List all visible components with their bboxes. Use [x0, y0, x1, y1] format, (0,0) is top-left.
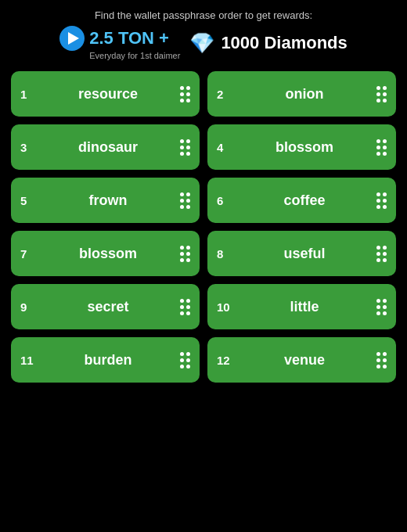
word-card-2[interactable]: 2onion — [207, 71, 396, 117]
dot — [186, 86, 190, 90]
word-card-7[interactable]: 7blossom — [11, 231, 200, 276]
dot — [186, 146, 190, 149]
card-dots-12 — [376, 352, 387, 368]
word-card-4[interactable]: 4blossom — [207, 124, 396, 170]
dot — [186, 299, 190, 303]
word-card-9[interactable]: 9secret — [11, 284, 200, 329]
card-word-5: frown — [44, 192, 172, 209]
word-card-3[interactable]: 3dinosaur — [11, 124, 200, 170]
card-dots-8 — [376, 246, 387, 262]
play-triangle — [68, 32, 79, 45]
dot — [376, 192, 380, 196]
play-icon — [59, 26, 85, 51]
diamond-text: 1000 Diamonds — [221, 33, 347, 53]
dot — [180, 305, 184, 309]
dot — [383, 139, 387, 143]
dot — [180, 146, 184, 149]
dot — [376, 205, 380, 209]
card-dots-7 — [180, 246, 190, 262]
card-word-6: coffee — [240, 192, 369, 209]
dot — [180, 358, 184, 362]
card-number-10: 10 — [217, 300, 232, 314]
word-card-10[interactable]: 10little — [207, 284, 396, 329]
dot — [383, 305, 387, 309]
dot — [180, 152, 184, 156]
card-word-8: useful — [240, 246, 369, 262]
diamond-section: 💎 1000 Diamonds — [189, 31, 347, 56]
dot — [186, 199, 190, 203]
dot — [180, 192, 184, 196]
dot — [383, 205, 387, 209]
dot — [180, 352, 184, 356]
card-word-4: blossom — [240, 139, 369, 156]
dot — [186, 305, 190, 309]
dot — [376, 311, 380, 315]
dot — [383, 199, 387, 203]
card-dots-6 — [376, 192, 387, 209]
dot — [186, 252, 190, 256]
dot — [376, 99, 380, 102]
word-card-1[interactable]: 1resource — [11, 71, 200, 117]
dot — [376, 152, 380, 156]
card-dots-3 — [180, 139, 190, 156]
card-number-2: 2 — [217, 88, 232, 101]
card-word-11: burden — [44, 352, 172, 368]
dot — [383, 192, 387, 196]
dot — [186, 358, 190, 362]
dot — [186, 258, 190, 262]
dot — [376, 365, 380, 368]
dot — [180, 246, 184, 250]
dot — [383, 311, 387, 315]
dot — [383, 99, 387, 102]
card-word-12: venue — [240, 352, 369, 368]
card-dots-4 — [376, 139, 387, 156]
dot — [180, 99, 184, 102]
dot — [186, 205, 190, 209]
card-word-9: secret — [44, 299, 172, 315]
word-card-8[interactable]: 8useful — [207, 231, 396, 276]
card-dots-2 — [376, 86, 387, 102]
dot — [186, 311, 190, 315]
dot — [383, 92, 387, 96]
dot — [383, 152, 387, 156]
dot — [180, 258, 184, 262]
dot — [383, 358, 387, 362]
dot — [180, 365, 184, 368]
word-card-11[interactable]: 11burden — [11, 337, 200, 383]
ton-subtitle: Everyday for 1st daimer — [89, 51, 180, 60]
dot — [383, 352, 387, 356]
dot — [383, 299, 387, 303]
word-card-5[interactable]: 5frown — [11, 178, 200, 223]
card-number-4: 4 — [217, 141, 232, 154]
card-dots-11 — [180, 352, 190, 368]
card-word-10: little — [240, 299, 369, 315]
dot — [376, 246, 380, 250]
card-dots-10 — [376, 299, 387, 315]
card-word-3: dinosaur — [44, 139, 172, 156]
card-number-12: 12 — [217, 354, 232, 367]
dot — [180, 86, 184, 90]
word-card-6[interactable]: 6coffee — [207, 178, 396, 223]
word-card-12[interactable]: 12venue — [207, 337, 396, 383]
dot — [383, 258, 387, 262]
dot — [383, 365, 387, 368]
dot — [180, 199, 184, 203]
dot — [376, 258, 380, 262]
card-number-7: 7 — [20, 247, 36, 261]
dot — [186, 365, 190, 368]
card-word-7: blossom — [44, 246, 172, 262]
dot — [376, 299, 380, 303]
card-number-6: 6 — [217, 194, 232, 207]
dot — [180, 299, 184, 303]
dot — [376, 358, 380, 362]
dot — [186, 352, 190, 356]
dot — [186, 99, 190, 102]
dot — [383, 86, 387, 90]
dot — [376, 92, 380, 96]
card-dots-5 — [180, 192, 190, 209]
dot — [180, 139, 184, 143]
dot — [186, 92, 190, 96]
dot — [180, 252, 184, 256]
ton-amount: 2.5 TON + — [89, 28, 169, 49]
card-dots-1 — [180, 86, 190, 102]
